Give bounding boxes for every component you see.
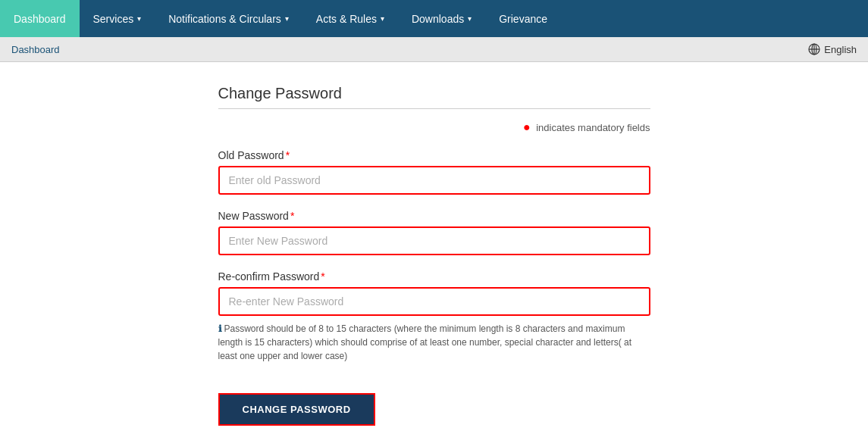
nav-label-services: Services	[93, 13, 134, 25]
nav-label-downloads: Downloads	[412, 13, 464, 25]
reconfirm-password-group: Re-confirm Password* ℹPassword should be…	[218, 270, 650, 363]
old-password-label: Old Password*	[218, 149, 650, 161]
nav-label-notifications: Notifications & Circulars	[168, 13, 281, 25]
required-star-reconfirm: *	[321, 270, 324, 283]
form-divider	[218, 108, 650, 109]
nav-item-grievance[interactable]: Grievance	[485, 0, 561, 37]
mandatory-dot: ●	[523, 120, 531, 133]
nav-item-acts[interactable]: Acts & Rules ▾	[302, 0, 398, 37]
dropdown-arrow-services: ▾	[137, 14, 141, 23]
form-title: Change Password	[218, 85, 650, 102]
nav-item-services[interactable]: Services ▾	[80, 0, 155, 37]
breadcrumb-link[interactable]: Dashboard	[11, 44, 60, 55]
nav-item-downloads[interactable]: Downloads ▾	[398, 0, 485, 37]
language-selector[interactable]: English	[808, 43, 857, 55]
reconfirm-password-input[interactable]	[218, 287, 650, 316]
nav-item-dashboard[interactable]: Dashboard	[0, 0, 80, 37]
required-star-old: *	[286, 149, 290, 161]
dropdown-arrow-acts: ▾	[381, 14, 384, 23]
breadcrumb-bar: Dashboard English	[0, 37, 868, 62]
password-hint: ℹPassword should be of 8 to 15 character…	[218, 322, 650, 363]
nav-label-dashboard: Dashboard	[14, 13, 66, 25]
reconfirm-password-label: Re-confirm Password*	[218, 270, 650, 283]
new-password-input[interactable]	[218, 226, 650, 255]
old-password-group: Old Password*	[218, 149, 650, 195]
form-container: Change Password ● indicates mandatory fi…	[218, 85, 650, 426]
new-password-group: New Password*	[218, 210, 650, 255]
dropdown-arrow-downloads: ▾	[468, 14, 472, 23]
mandatory-text: indicates mandatory fields	[536, 122, 650, 133]
change-password-button[interactable]: CHANGE PASSWORD	[218, 393, 375, 426]
nav-label-grievance: Grievance	[499, 13, 547, 25]
old-password-input[interactable]	[218, 166, 650, 195]
main-content: Change Password ● indicates mandatory fi…	[0, 62, 868, 431]
navbar: Dashboard Services ▾ Notifications & Cir…	[0, 0, 868, 37]
language-label: English	[824, 44, 857, 55]
mandatory-note: ● indicates mandatory fields	[218, 120, 650, 134]
nav-label-acts: Acts & Rules	[316, 13, 377, 25]
dropdown-arrow-notifications: ▾	[285, 14, 289, 23]
nav-item-notifications[interactable]: Notifications & Circulars ▾	[155, 0, 302, 37]
required-star-new: *	[290, 210, 294, 222]
globe-icon	[808, 43, 820, 55]
hint-icon: ℹ	[218, 323, 222, 334]
new-password-label: New Password*	[218, 210, 650, 222]
